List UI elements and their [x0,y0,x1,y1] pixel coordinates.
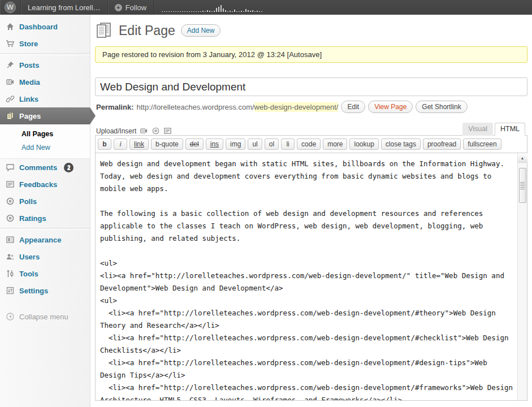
pages-icon [6,111,15,120]
sidebar-item-posts[interactable]: Posts [0,57,90,73]
collapse-menu-button[interactable]: Collapse menu [0,308,90,325]
comments-count-badge: 2 [64,163,73,172]
sidebar-item-polls[interactable]: Polls [0,193,90,210]
sidebar-item-dashboard[interactable]: Dashboard [0,18,90,35]
menu-separator [0,53,90,55]
tab-html[interactable]: HTML [495,123,525,136]
ol-button[interactable]: ol [265,138,279,150]
get-shortlink-button[interactable]: Get Shortlink [416,101,467,113]
submenu-item-all-pages[interactable]: All Pages [0,127,90,141]
ul-button[interactable]: ul [248,138,262,150]
sidebar-item-label: Store [19,40,38,48]
home-icon [6,22,15,31]
page-header: Edit Page Add New [95,19,527,41]
sidebar-item-users[interactable]: Users [0,248,90,265]
sidebar-item-label: Ratings [19,214,46,223]
sidebar-item-label: Media [19,78,40,86]
scrollbar-grip-icon [520,182,525,189]
appearance-icon [6,235,15,244]
sidebar-item-label: Tools [19,270,38,278]
menu-separator [0,228,90,230]
sidebar-item-label: Pages [19,112,41,120]
collapse-menu-label: Collapse menu [19,313,68,321]
wordpress-logo-icon: W [5,2,16,13]
editor-scrollbar[interactable]: ▲ [517,153,527,400]
li-button[interactable]: li [281,138,295,150]
sidebar-item-label: Links [19,95,38,103]
sidebar-item-label: Feedbacks [19,180,57,189]
pages-submenu: All Pages Add New [0,124,90,159]
follow-button[interactable]: + Follow [108,0,154,15]
sidebar-item-links[interactable]: Links [0,90,90,107]
view-page-button[interactable]: View Page [368,101,413,113]
sidebar-item-label: Posts [19,61,39,70]
link-button[interactable]: link [129,138,149,150]
camera-icon [6,77,15,86]
edit-permalink-button[interactable]: Edit [341,101,365,113]
code-button[interactable]: code [297,138,321,150]
sidebar-item-feedbacks[interactable]: Feedbacks [0,176,90,193]
tools-icon [6,269,15,278]
add-form-icon[interactable] [163,127,172,135]
add-media-icon[interactable] [140,127,148,135]
scrollbar-up-arrow-icon[interactable]: ▲ [518,153,527,163]
sidebar-item-store[interactable]: Store [0,35,90,52]
more-button[interactable]: more [323,138,347,150]
admin-bar: W Learning from Lorell… + Follow [0,0,532,15]
quicktags-toolbar: b i link b-quote del ins img ul ol li co… [96,136,527,153]
editor-mode-tabs: Visual HTML [462,122,525,135]
submenu-item-add-new[interactable]: Add New [0,141,90,154]
add-new-button[interactable]: Add New [181,24,221,37]
editor-top-row: Upload/Insert Visual HTML [95,122,527,135]
sidebar-item-label: Comments [19,163,57,172]
page-title-input[interactable] [95,77,527,96]
content-textarea[interactable]: Web design and development began with st… [96,153,517,400]
lookup-button[interactable]: lookup [349,138,378,150]
sidebar-item-tools[interactable]: Tools [0,265,90,282]
feedback-form-icon [6,180,15,189]
sidebar-item-label: Polls [19,197,37,206]
sidebar-item-appearance[interactable]: Appearance [0,231,90,248]
sidebar-item-label: Users [19,253,40,261]
pin-icon [6,60,15,70]
chain-link-icon [6,94,15,103]
sidebar-item-media[interactable]: Media [0,73,90,90]
img-button[interactable]: img [226,138,245,150]
scrollbar-thumb[interactable] [519,168,526,203]
permalink-slug: web-design-development/ [254,102,339,112]
comment-bubble-icon [6,163,15,172]
admin-sidebar: Dashboard Store Posts Media Links [0,15,90,407]
proofread-button[interactable]: proofread [423,138,461,150]
sidebar-item-label: Dashboard [19,23,58,31]
bold-button[interactable]: b [98,138,111,150]
edit-page-icon [95,21,113,40]
revision-restored-notice: Page restored to revision from 3 January… [95,46,527,63]
blockquote-button[interactable]: b-quote [151,138,183,150]
page-title: Edit Page [119,23,175,38]
upload-insert-label: Upload/Insert [96,127,136,135]
settings-sliders-icon [6,286,15,295]
rating-circle-icon [6,214,15,223]
del-button[interactable]: del [185,138,204,150]
upload-insert-group: Upload/Insert [95,127,172,135]
sidebar-item-comments[interactable]: Comments 2 [0,159,90,176]
permalink-base-url: http://lorelleteaches.wordpress.com/ [136,103,254,111]
wordpress-menu[interactable]: W [0,0,21,15]
poll-circle-icon [6,197,15,206]
sidebar-item-ratings[interactable]: Ratings [0,210,90,227]
sidebar-item-label: Appearance [19,236,61,244]
main-content: Edit Page Add New Page restored to revis… [90,15,532,407]
stats-sparkline[interactable] [154,0,268,15]
add-poll-icon[interactable] [152,127,160,135]
html-editor: b i link b-quote del ins img ul ol li co… [95,135,527,401]
cart-icon [6,39,15,48]
tab-visual[interactable]: Visual [462,123,493,136]
italic-button[interactable]: i [114,138,127,150]
site-name-menu[interactable]: Learning from Lorell… [21,0,108,15]
sidebar-item-settings[interactable]: Settings [0,282,90,299]
ins-button[interactable]: ins [206,138,223,150]
collapse-arrow-icon [6,312,15,321]
fullscreen-button[interactable]: fullscreen [463,138,501,150]
sidebar-item-pages[interactable]: Pages [0,107,90,124]
close-tags-button[interactable]: close tags [381,138,421,150]
